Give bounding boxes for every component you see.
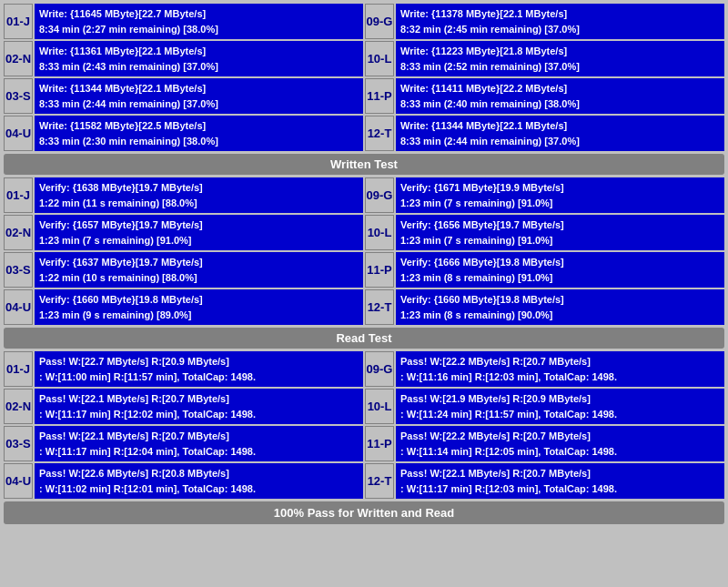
- cell-content-right: Verify: {1660 MByte}[19.8 MByte/s]1:23 m…: [396, 289, 724, 325]
- main-container: 01-JWrite: {11645 MByte}[22.7 MByte/s]8:…: [0, 0, 728, 528]
- written-test-header: Written Test: [4, 154, 724, 175]
- cell-content-right: Pass! W:[22.2 MByte/s] R:[20.7 MByte/s]:…: [396, 426, 724, 461]
- pass-footer: 100% Pass for Written and Read: [4, 501, 724, 524]
- cell-content-right: Pass! W:[22.1 MByte/s] R:[20.7 MByte/s]:…: [396, 463, 724, 499]
- cell-content-right: Verify: {1656 MByte}[19.7 MByte/s]1:23 m…: [396, 215, 724, 250]
- device-id-right: 10-L: [365, 215, 394, 250]
- device-id-left: 03-S: [4, 78, 33, 114]
- table-row: 03-SWrite: {11344 MByte}[22.1 MByte/s]8:…: [4, 78, 724, 114]
- device-id-left: 03-S: [4, 252, 33, 288]
- cell-content-left: Pass! W:[22.1 MByte/s] R:[20.7 MByte/s]:…: [35, 389, 363, 424]
- device-id-right: 09-G: [365, 177, 394, 213]
- device-id-left: 04-U: [4, 116, 33, 151]
- device-id-right: 10-L: [365, 389, 394, 424]
- cell-content-right: Write: {11344 MByte}[22.1 MByte/s]8:33 m…: [396, 116, 724, 151]
- device-id-right: 11-P: [365, 252, 394, 288]
- cell-content-left: Verify: {1637 MByte}[19.7 MByte/s]1:22 m…: [35, 252, 363, 288]
- cell-content-right: Write: {11223 MByte}[21.8 MByte/s]8:33 m…: [396, 41, 724, 76]
- table-row: 01-JVerify: {1638 MByte}[19.7 MByte/s]1:…: [4, 177, 724, 213]
- cell-content-right: Pass! W:[22.2 MByte/s] R:[20.7 MByte/s]:…: [396, 351, 724, 387]
- device-id-left: 01-J: [4, 351, 33, 387]
- cell-content-left: Write: {11645 MByte}[22.7 MByte/s]8:34 m…: [35, 4, 363, 39]
- device-id-right: 12-T: [365, 116, 394, 151]
- write-section: 01-JWrite: {11645 MByte}[22.7 MByte/s]8:…: [4, 4, 724, 151]
- table-row: 01-JWrite: {11645 MByte}[22.7 MByte/s]8:…: [4, 4, 724, 39]
- cell-content-right: Verify: {1671 MByte}[19.9 MByte/s]1:23 m…: [396, 177, 724, 213]
- pass-section: 01-JPass! W:[22.7 MByte/s] R:[20.9 MByte…: [4, 351, 724, 499]
- verify-section: 01-JVerify: {1638 MByte}[19.7 MByte/s]1:…: [4, 177, 724, 325]
- cell-content-right: Write: {11378 MByte}[22.1 MByte/s]8:32 m…: [396, 4, 724, 39]
- cell-content-right: Pass! W:[21.9 MByte/s] R:[20.9 MByte/s]:…: [396, 389, 724, 424]
- cell-content-left: Verify: {1660 MByte}[19.8 MByte/s]1:23 m…: [35, 289, 363, 325]
- cell-content-right: Write: {11411 MByte}[22.2 MByte/s]8:33 m…: [396, 78, 724, 114]
- device-id-right: 12-T: [365, 463, 394, 499]
- cell-content-left: Pass! W:[22.7 MByte/s] R:[20.9 MByte/s]:…: [35, 351, 363, 387]
- device-id-left: 02-N: [4, 389, 33, 424]
- read-test-header: Read Test: [4, 328, 724, 349]
- device-id-left: 04-U: [4, 463, 33, 499]
- device-id-right: 10-L: [365, 41, 394, 76]
- table-row: 02-NVerify: {1657 MByte}[19.7 MByte/s]1:…: [4, 215, 724, 250]
- cell-content-left: Pass! W:[22.1 MByte/s] R:[20.7 MByte/s]:…: [35, 426, 363, 461]
- table-row: 02-NPass! W:[22.1 MByte/s] R:[20.7 MByte…: [4, 389, 724, 424]
- cell-content-left: Write: {11344 MByte}[22.1 MByte/s]8:33 m…: [35, 78, 363, 114]
- device-id-left: 03-S: [4, 426, 33, 461]
- cell-content-left: Verify: {1657 MByte}[19.7 MByte/s]1:23 m…: [35, 215, 363, 250]
- cell-content-left: Pass! W:[22.6 MByte/s] R:[20.8 MByte/s]:…: [35, 463, 363, 499]
- device-id-left: 01-J: [4, 4, 33, 39]
- table-row: 03-SPass! W:[22.1 MByte/s] R:[20.7 MByte…: [4, 426, 724, 461]
- table-row: 01-JPass! W:[22.7 MByte/s] R:[20.9 MByte…: [4, 351, 724, 387]
- device-id-right: 11-P: [365, 426, 394, 461]
- cell-content-right: Verify: {1666 MByte}[19.8 MByte/s]1:23 m…: [396, 252, 724, 288]
- table-row: 03-SVerify: {1637 MByte}[19.7 MByte/s]1:…: [4, 252, 724, 288]
- device-id-left: 02-N: [4, 215, 33, 250]
- table-row: 04-UWrite: {11582 MByte}[22.5 MByte/s]8:…: [4, 116, 724, 151]
- device-id-right: 12-T: [365, 289, 394, 325]
- cell-content-left: Verify: {1638 MByte}[19.7 MByte/s]1:22 m…: [35, 177, 363, 213]
- device-id-left: 01-J: [4, 177, 33, 213]
- cell-content-left: Write: {11582 MByte}[22.5 MByte/s]8:33 m…: [35, 116, 363, 151]
- device-id-right: 11-P: [365, 78, 394, 114]
- cell-content-left: Write: {11361 MByte}[22.1 MByte/s]8:33 m…: [35, 41, 363, 76]
- table-row: 02-NWrite: {11361 MByte}[22.1 MByte/s]8:…: [4, 41, 724, 76]
- device-id-right: 09-G: [365, 351, 394, 387]
- table-row: 04-UPass! W:[22.6 MByte/s] R:[20.8 MByte…: [4, 463, 724, 499]
- device-id-left: 04-U: [4, 289, 33, 325]
- device-id-left: 02-N: [4, 41, 33, 76]
- table-row: 04-UVerify: {1660 MByte}[19.8 MByte/s]1:…: [4, 289, 724, 325]
- device-id-right: 09-G: [365, 4, 394, 39]
